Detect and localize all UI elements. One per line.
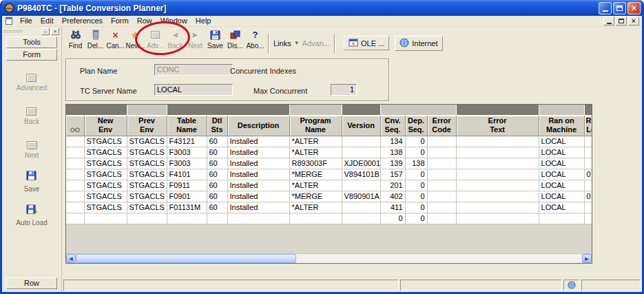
- back-button[interactable]: ◀ Back: [165, 29, 185, 57]
- grid-column-header[interactable]: Program Name: [289, 115, 342, 136]
- grid-cell[interactable]: STGACLS: [127, 180, 167, 191]
- grid-cell[interactable]: R893003F: [289, 158, 342, 169]
- grid-cell[interactable]: [289, 213, 342, 224]
- grid-row[interactable]: 00: [66, 213, 592, 224]
- grid-column-header[interactable]: Run Loc: [584, 115, 592, 136]
- grid-row-selector[interactable]: [66, 202, 84, 213]
- grid-cell[interactable]: 0: [405, 147, 427, 158]
- grid-cell[interactable]: [84, 213, 127, 224]
- grid-cell[interactable]: [584, 158, 592, 169]
- chevron-down-icon[interactable]: ▼: [294, 40, 300, 46]
- grid-column-header[interactable]: New Env: [84, 115, 127, 136]
- grid-cell[interactable]: STGACLS: [84, 169, 127, 180]
- menu-form[interactable]: Form: [107, 16, 133, 26]
- grid-row-selector[interactable]: [66, 213, 84, 224]
- grid-cell[interactable]: STGACLS: [127, 158, 167, 169]
- grid-cell[interactable]: XJDE0001: [342, 158, 380, 169]
- grid-cell[interactable]: STGACLS: [84, 202, 127, 213]
- ole-button[interactable]: OLE ...: [344, 36, 389, 50]
- grid-cell[interactable]: [584, 180, 592, 191]
- grid-cell[interactable]: Installed: [227, 191, 289, 202]
- menu-row[interactable]: Row: [133, 16, 156, 26]
- grid-cell[interactable]: [584, 147, 592, 158]
- grid-cell[interactable]: STGACLS: [84, 158, 127, 169]
- minimize-button[interactable]: [599, 2, 612, 14]
- grid-cell[interactable]: STGACLS: [84, 191, 127, 202]
- exit-bar-minimize-button[interactable]: –: [41, 28, 50, 35]
- grid-cell[interactable]: Installed: [227, 180, 289, 191]
- grid-cell[interactable]: [342, 202, 380, 213]
- grid-cell[interactable]: STGACLS: [84, 147, 127, 158]
- grid-cell[interactable]: Installed: [227, 147, 289, 158]
- grid-column-header[interactable]: Dep. Seq.: [405, 115, 427, 136]
- grid-cell[interactable]: [427, 147, 456, 158]
- menu-window[interactable]: Window: [156, 16, 191, 26]
- save-button[interactable]: Save: [205, 29, 225, 57]
- grid-cell[interactable]: V890901A: [342, 191, 380, 202]
- mdi-restore-button[interactable]: [616, 17, 627, 25]
- grid-cell[interactable]: 411: [380, 202, 405, 213]
- grid-row-selector[interactable]: [66, 147, 84, 158]
- grid-row[interactable]: STGACLSSTGACLSF091160Installed*ALTER2010…: [66, 180, 592, 191]
- exit-auto-load[interactable]: Auto Load: [16, 202, 48, 227]
- grid-cell[interactable]: [456, 147, 539, 158]
- grid-cell[interactable]: 60: [207, 147, 227, 158]
- tc-server-name-field[interactable]: LOCAL: [154, 84, 233, 96]
- grid-cell[interactable]: 138: [405, 158, 427, 169]
- grid-cell[interactable]: 60: [207, 136, 227, 147]
- cancel-button[interactable]: × Can...: [105, 29, 125, 57]
- grid-cell[interactable]: 0: [405, 169, 427, 180]
- grid-cell[interactable]: [427, 158, 456, 169]
- grid-cell[interactable]: LOCAL: [539, 158, 584, 169]
- scroll-left-button[interactable]: ◀: [66, 254, 76, 263]
- mdi-minimize-button[interactable]: [603, 17, 614, 25]
- grid-column-header[interactable]: Description: [227, 115, 289, 136]
- advanced-button[interactable]: Adv...: [145, 29, 165, 57]
- exit-advanced[interactable]: Advanced: [17, 67, 47, 92]
- grid-cell[interactable]: LOCAL: [539, 191, 584, 202]
- grid-cell[interactable]: [227, 213, 289, 224]
- plan-name-field[interactable]: CONC: [154, 64, 233, 76]
- exit-save[interactable]: Save: [24, 168, 40, 193]
- grid-cell[interactable]: 138: [380, 147, 405, 158]
- grid-row[interactable]: STGACLSSTGACLSF4312160Installed*ALTER134…: [66, 136, 592, 147]
- grid-cell[interactable]: LOCAL: [539, 202, 584, 213]
- grid-cell[interactable]: 402: [380, 191, 405, 202]
- grid-cell[interactable]: *ALTER: [289, 147, 342, 158]
- grid-cell[interactable]: F01131M: [167, 202, 207, 213]
- grid-cell[interactable]: [342, 147, 380, 158]
- mdi-close-button[interactable]: ×: [628, 17, 639, 25]
- grid-cell[interactable]: STGACLS: [127, 191, 167, 202]
- grid-cell[interactable]: [427, 202, 456, 213]
- grid-cell[interactable]: 0: [405, 202, 427, 213]
- grid-cell[interactable]: [584, 202, 592, 213]
- grid-cell[interactable]: STGACLS: [127, 136, 167, 147]
- grid-cell[interactable]: 60: [207, 158, 227, 169]
- grid-cell[interactable]: STGACLS: [84, 136, 127, 147]
- grid-cell[interactable]: [456, 158, 539, 169]
- grid-row-selector[interactable]: [66, 136, 84, 147]
- grid-cell[interactable]: 0: [405, 180, 427, 191]
- grid-row[interactable]: STGACLSSTGACLSF410160Installed*MERGEV894…: [66, 169, 592, 180]
- maximize-button[interactable]: [613, 2, 626, 14]
- menu-help[interactable]: Help: [191, 16, 216, 26]
- grid-cell[interactable]: 201: [380, 180, 405, 191]
- about-button[interactable]: ? Abo...: [245, 29, 265, 57]
- grid-cell[interactable]: STGACLS: [127, 147, 167, 158]
- grid-cell[interactable]: 0: [584, 169, 592, 180]
- grid-column-header[interactable]: Error Text: [456, 115, 539, 136]
- row-button[interactable]: Row: [6, 277, 57, 289]
- grid-row[interactable]: STGACLSSTGACLSF300360InstalledR893003FXJ…: [66, 158, 592, 169]
- grid-cell[interactable]: [342, 213, 380, 224]
- grid-cell[interactable]: [427, 213, 456, 224]
- grid-cell[interactable]: Installed: [227, 169, 289, 180]
- grid-horizontal-scrollbar[interactable]: ◀ ▶: [66, 253, 592, 263]
- grid-cell[interactable]: 60: [207, 202, 227, 213]
- exit-back[interactable]: Back: [24, 101, 39, 125]
- grid-cell[interactable]: 0: [380, 213, 405, 224]
- scroll-right-button[interactable]: ▶: [582, 254, 592, 263]
- find-button[interactable]: Find: [65, 29, 85, 57]
- grid-cell[interactable]: V894101B: [342, 169, 380, 180]
- grid-cell[interactable]: [427, 169, 456, 180]
- grid-cell[interactable]: [207, 213, 227, 224]
